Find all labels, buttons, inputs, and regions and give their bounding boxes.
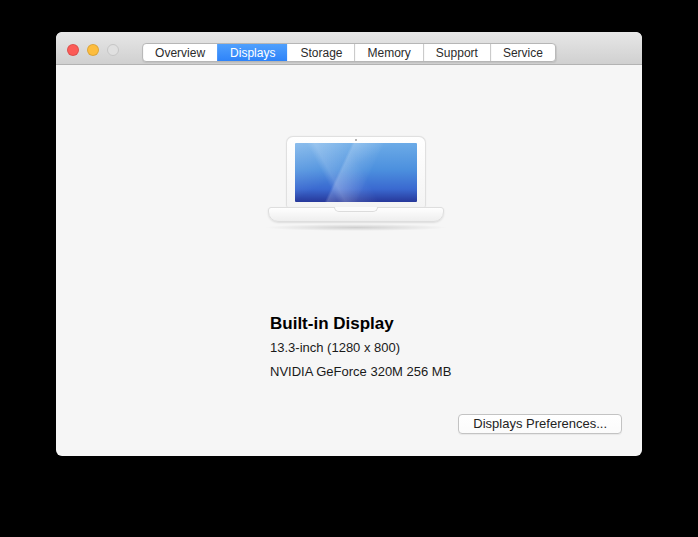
tab-memory[interactable]: Memory	[355, 44, 423, 61]
macbook-shadow	[264, 224, 448, 231]
tab-service[interactable]: Service	[490, 44, 555, 61]
macbook-screen-wallpaper	[295, 143, 417, 202]
window-controls	[67, 44, 119, 56]
close-button[interactable]	[67, 44, 79, 56]
macbook-image	[268, 136, 444, 232]
displays-preferences-button[interactable]: Displays Preferences...	[458, 414, 622, 434]
display-title: Built-in Display	[270, 314, 394, 334]
macbook-base	[268, 207, 444, 222]
tab-support[interactable]: Support	[423, 44, 490, 61]
tab-storage[interactable]: Storage	[287, 44, 354, 61]
camera-icon	[355, 139, 357, 141]
trackpad-notch	[334, 207, 378, 212]
minimize-button[interactable]	[87, 44, 99, 56]
about-this-mac-window: Overview Displays Storage Memory Support…	[56, 32, 642, 456]
displays-panel: Built-in Display 13.3-inch (1280 x 800) …	[56, 66, 642, 456]
zoom-button[interactable]	[107, 44, 119, 56]
tab-displays[interactable]: Displays	[217, 44, 287, 61]
display-graphics: NVIDIA GeForce 320M 256 MB	[270, 364, 451, 379]
tab-overview[interactable]: Overview	[143, 44, 217, 61]
titlebar[interactable]: Overview Displays Storage Memory Support…	[56, 32, 642, 65]
tab-bar: Overview Displays Storage Memory Support…	[142, 43, 556, 62]
macbook-lid	[286, 136, 426, 207]
display-size-resolution: 13.3-inch (1280 x 800)	[270, 340, 400, 355]
